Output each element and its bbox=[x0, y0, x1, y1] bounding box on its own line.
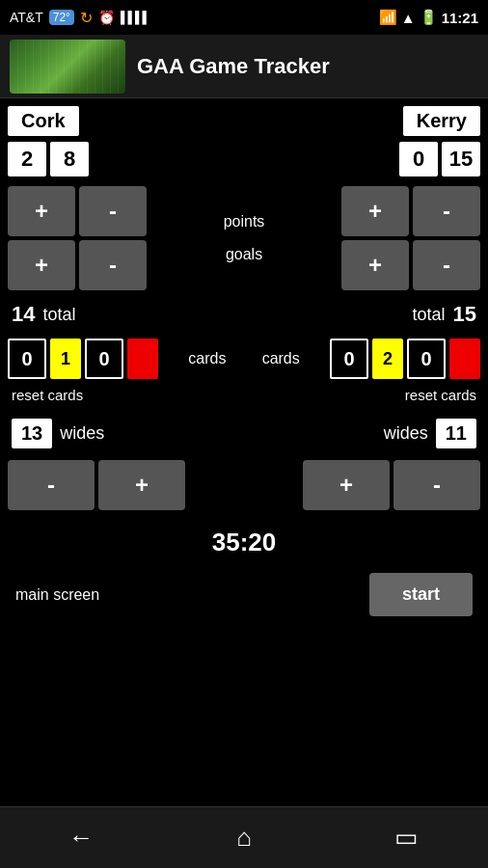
team-names-row: Cork Kerry bbox=[0, 98, 488, 140]
right-total-label: total bbox=[412, 305, 445, 325]
right-goals-minus-btn[interactable]: - bbox=[413, 240, 480, 290]
recent-nav-btn[interactable]: ▭ bbox=[368, 814, 446, 862]
left-total-label: total bbox=[42, 305, 75, 325]
total-row: 14 total total 15 bbox=[0, 294, 488, 335]
timer-row: 35:20 bbox=[0, 514, 488, 563]
team-left-name: Cork bbox=[8, 106, 79, 136]
left-points-plus-btn[interactable]: + bbox=[8, 186, 75, 236]
left-yellow-card-num: 1 bbox=[61, 349, 70, 369]
nav-bar: ← ⌂ ▭ bbox=[0, 806, 488, 868]
left-red-card bbox=[127, 339, 158, 379]
wifi-icon: 📶 bbox=[379, 9, 397, 26]
alarm-icon: ⏰ bbox=[98, 10, 115, 25]
team-right-name: Kerry bbox=[403, 106, 480, 136]
bottom-controls-row: main screen start bbox=[0, 563, 488, 626]
left-wides-plus-btn[interactable]: + bbox=[98, 460, 185, 510]
time-display: 11:21 bbox=[442, 10, 478, 26]
status-bar: AT&T 72° ↻ ⏰ ▌▌▌▌ 📶 ▲ 🔋 11:21 bbox=[0, 0, 488, 35]
wides-btns-row: - + + - bbox=[0, 456, 488, 514]
signal-icon: ▲ bbox=[401, 10, 416, 26]
right-yellow-card: 2 bbox=[372, 339, 403, 379]
right-wides-minus-btn[interactable]: - bbox=[393, 460, 480, 510]
right-score-boxes: 0 15 bbox=[399, 142, 480, 176]
right-red-card bbox=[449, 339, 480, 379]
left-yellow-card: 1 bbox=[50, 339, 81, 379]
right-red-card-num: 0 bbox=[330, 339, 368, 379]
left-score-boxes: 2 8 bbox=[8, 142, 89, 176]
carrier-label: AT&T bbox=[10, 10, 43, 25]
left-cards-label: cards bbox=[188, 350, 226, 367]
left-btn-grid: + - + - bbox=[8, 186, 147, 290]
main-screen-label[interactable]: main screen bbox=[15, 586, 99, 604]
right-black-card-num: 0 bbox=[407, 339, 446, 379]
right-wides-num: 11 bbox=[436, 419, 476, 448]
right-points-plus-btn[interactable]: + bbox=[341, 186, 409, 236]
left-points-minus-btn[interactable]: - bbox=[79, 186, 147, 236]
right-cards: 0 2 0 bbox=[330, 339, 480, 379]
back-nav-btn[interactable]: ← bbox=[42, 814, 120, 862]
left-goals-plus-btn[interactable]: + bbox=[8, 240, 75, 290]
signal-bars-icon: ▌▌▌▌ bbox=[121, 11, 149, 24]
left-wides-minus-btn[interactable]: - bbox=[8, 460, 95, 510]
reset-cards-row: reset cards reset cards bbox=[0, 383, 488, 411]
temp-badge: 72° bbox=[49, 10, 74, 25]
controls-row: + - + - points goals + - + - bbox=[0, 182, 488, 294]
right-cards-label: cards bbox=[262, 350, 300, 367]
left-points-score: 8 bbox=[50, 142, 89, 176]
timer-display: 35:20 bbox=[212, 528, 277, 557]
points-label: points bbox=[224, 213, 265, 231]
right-yellow-card-num: 2 bbox=[383, 349, 393, 369]
left-black-card-num: 0 bbox=[85, 339, 123, 379]
main-content: Cork Kerry 2 8 0 15 + - + - points goals… bbox=[0, 98, 488, 626]
sync-icon: ↻ bbox=[80, 9, 93, 27]
left-cards: 0 1 0 bbox=[8, 339, 158, 379]
center-labels: points goals bbox=[186, 213, 302, 263]
left-reset-cards-btn[interactable]: reset cards bbox=[12, 387, 83, 403]
left-red-card-num: 0 bbox=[8, 339, 46, 379]
right-goals-plus-btn[interactable]: + bbox=[341, 240, 409, 290]
right-wides-label: wides bbox=[384, 423, 428, 444]
left-wides-num: 13 bbox=[12, 419, 52, 448]
left-goals-minus-btn[interactable]: - bbox=[79, 240, 147, 290]
left-goals-score: 2 bbox=[8, 142, 46, 176]
right-points-score: 15 bbox=[442, 142, 480, 176]
left-total-num: 14 bbox=[12, 302, 35, 327]
right-wides-btn-pair: + - bbox=[303, 460, 480, 510]
right-goals-score: 0 bbox=[399, 142, 438, 176]
app-title: GAA Game Tracker bbox=[137, 54, 330, 79]
right-wides-plus-btn[interactable]: + bbox=[303, 460, 390, 510]
wides-row: 13 wides wides 11 bbox=[0, 411, 488, 456]
home-nav-btn[interactable]: ⌂ bbox=[205, 814, 283, 862]
right-total-num: 15 bbox=[453, 302, 476, 327]
goals-label: goals bbox=[226, 246, 262, 263]
score-row: 2 8 0 15 bbox=[0, 140, 488, 182]
app-header: GAA Game Tracker bbox=[0, 35, 488, 98]
header-image bbox=[10, 40, 125, 94]
right-points-minus-btn[interactable]: - bbox=[413, 186, 480, 236]
left-wides-btn-pair: - + bbox=[8, 460, 185, 510]
left-wides-label: wides bbox=[60, 423, 104, 444]
start-button[interactable]: start bbox=[369, 573, 473, 616]
right-btn-grid: + - + - bbox=[341, 186, 480, 290]
right-reset-cards-btn[interactable]: reset cards bbox=[405, 387, 476, 403]
cards-row: 0 1 0 cards cards 0 2 0 bbox=[0, 335, 488, 383]
battery-icon: 🔋 bbox=[420, 9, 438, 26]
